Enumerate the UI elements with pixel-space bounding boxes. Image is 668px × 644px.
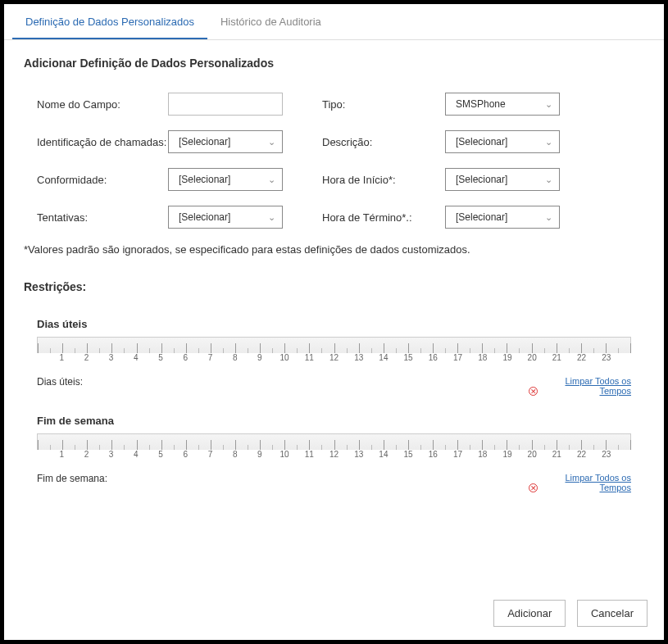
- weekdays-ruler[interactable]: [37, 337, 631, 353]
- type-select-value: SMSPhone: [456, 98, 506, 110]
- caller-id-value: [Selecionar]: [179, 136, 230, 147]
- start-time-value: [Selecionar]: [456, 174, 507, 185]
- tabs: Definição de Dados Personalizados Histór…: [4, 4, 664, 40]
- description-select[interactable]: [Selecionar] ⌄: [445, 130, 560, 153]
- attempts-value: [Selecionar]: [179, 211, 230, 223]
- type-select[interactable]: SMSPhone ⌄: [445, 93, 560, 116]
- field-name-input[interactable]: [168, 93, 283, 116]
- weekdays-footer-label: Dias úteis:: [37, 376, 83, 388]
- chevron-down-icon: ⌄: [545, 212, 552, 223]
- attempts-label: Tentativas:: [37, 211, 168, 224]
- end-time-select[interactable]: [Selecionar] ⌄: [445, 206, 560, 229]
- chevron-down-icon: ⌄: [545, 175, 552, 185]
- weekend-title: Fim de semana: [37, 415, 631, 427]
- type-label: Tipo:: [322, 98, 445, 111]
- weekend-clear-link[interactable]: Limpar Todos os Tempos: [541, 473, 631, 492]
- weekdays-clear-link[interactable]: Limpar Todos os Tempos: [541, 376, 631, 396]
- compliance-label: Conformidade:: [37, 174, 168, 186]
- end-time-label: Hora de Término*.:: [322, 211, 445, 224]
- chevron-down-icon: ⌄: [545, 137, 552, 147]
- tab-audit[interactable]: Histórico de Auditoria: [207, 4, 334, 39]
- weekdays-ruler-labels: 1234567891011121314151617181920212223: [37, 353, 631, 366]
- page-title: Adicionar Definição de Dados Personaliza…: [24, 57, 644, 70]
- compliance-value: [Selecionar]: [179, 174, 230, 185]
- weekend-ruler-labels: 1234567891011121314151617181920212223: [37, 450, 631, 463]
- compliance-select[interactable]: [Selecionar] ⌄: [168, 168, 283, 191]
- chevron-down-icon: ⌄: [268, 212, 275, 223]
- chevron-down-icon: ⌄: [545, 99, 552, 110]
- clear-icon: ✕: [529, 483, 538, 492]
- weekdays-title: Dias úteis: [37, 318, 631, 330]
- note-text: *Valores padrão são ignorados, se especi…: [24, 243, 631, 256]
- caller-id-label: Identificação de chamadas:: [37, 136, 168, 148]
- start-time-label: Hora de Início*:: [322, 174, 445, 186]
- end-time-value: [Selecionar]: [456, 211, 507, 223]
- chevron-down-icon: ⌄: [268, 175, 275, 185]
- field-name-label: Nome do Campo:: [37, 98, 168, 111]
- weekend-footer-label: Fim de semana:: [37, 473, 107, 484]
- add-button[interactable]: Adicionar: [493, 600, 566, 627]
- restrictions-title: Restrições:: [24, 280, 631, 293]
- cancel-button[interactable]: Cancelar: [577, 600, 648, 627]
- description-value: [Selecionar]: [456, 136, 507, 147]
- weekend-ruler[interactable]: [37, 433, 631, 450]
- tab-custom-data[interactable]: Definição de Dados Personalizados: [12, 4, 207, 39]
- clear-icon: ✕: [529, 387, 538, 396]
- description-label: Descrição:: [322, 136, 445, 148]
- caller-id-select[interactable]: [Selecionar] ⌄: [168, 130, 283, 153]
- attempts-select[interactable]: [Selecionar] ⌄: [168, 206, 283, 229]
- chevron-down-icon: ⌄: [268, 137, 275, 147]
- start-time-select[interactable]: [Selecionar] ⌄: [445, 168, 560, 191]
